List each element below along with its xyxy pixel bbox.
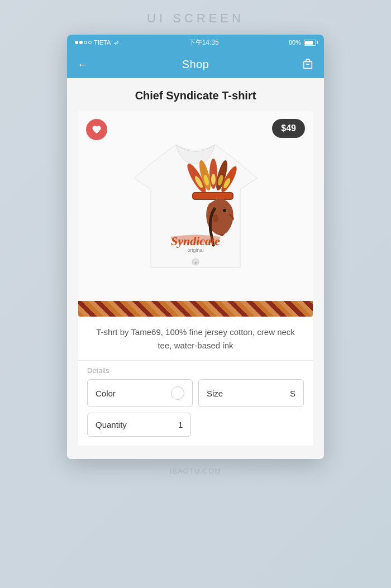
price-badge: $49 xyxy=(272,119,305,138)
details-section: Details Color Size S Quantity 1 xyxy=(78,360,313,446)
signal-dot-1 xyxy=(75,41,78,44)
signal-dot-3 xyxy=(84,41,87,44)
status-right: 80% xyxy=(289,39,316,46)
status-time: 下午14:35 xyxy=(189,38,219,47)
svg-rect-13 xyxy=(193,193,232,199)
battery-fill xyxy=(305,41,313,45)
quantity-selector[interactable]: Quantity 1 xyxy=(87,413,191,437)
svg-rect-0 xyxy=(304,61,312,68)
content-area: Chief Syndicate T-shirt $49 xyxy=(67,78,324,459)
svg-rect-1 xyxy=(306,64,309,65)
product-image-container: $49 xyxy=(78,111,313,317)
back-button[interactable]: ← xyxy=(77,58,94,71)
color-selector[interactable]: Color xyxy=(87,379,193,407)
battery-percent: 80% xyxy=(289,39,301,46)
size-value: S xyxy=(290,389,295,398)
carrier-name: TIETA xyxy=(94,39,111,46)
footer-watermark: IBAOTU.COM xyxy=(170,459,221,481)
page-title: UI SCREEN xyxy=(147,11,244,25)
quantity-value: 1 xyxy=(178,420,183,429)
signal-dot-4 xyxy=(88,41,92,44)
size-label: Size xyxy=(207,389,223,398)
page-title-area: UI SCREEN xyxy=(0,0,391,35)
favorite-button[interactable] xyxy=(86,119,107,140)
product-tshirt-image: Syndicate original ✦ xyxy=(123,128,268,284)
watermark-text: IBAOTU.COM xyxy=(170,467,221,475)
quantity-row: Quantity 1 xyxy=(87,413,304,437)
signal-dots xyxy=(75,41,92,44)
color-size-row: Color Size S xyxy=(87,379,304,407)
price-value: $49 xyxy=(281,123,296,133)
heart-icon xyxy=(92,125,102,135)
signal-dot-2 xyxy=(79,41,83,44)
description-area: T-shrt by Tame69, 100% fine jersey cotto… xyxy=(78,317,313,360)
nav-title: Shop xyxy=(182,58,209,71)
nav-bar: ← Shop xyxy=(67,50,324,78)
product-title: Chief Syndicate T-shirt xyxy=(78,89,313,102)
svg-point-9 xyxy=(211,174,216,185)
color-label: Color xyxy=(96,389,116,398)
phone-frame: TIETA ⇌ 下午14:35 80% ← Shop Chief Syndica… xyxy=(67,35,324,459)
wifi-icon: ⇌ xyxy=(114,40,118,46)
back-icon: ← xyxy=(77,58,88,71)
cart-button[interactable] xyxy=(297,58,314,70)
size-selector[interactable]: Size S xyxy=(198,379,304,407)
product-description: T-shrt by Tame69, 100% fine jersey cotto… xyxy=(89,326,302,352)
svg-text:original: original xyxy=(187,247,203,253)
cart-icon xyxy=(302,58,314,70)
details-label: Details xyxy=(87,361,304,379)
quantity-label: Quantity xyxy=(96,420,127,429)
svg-text:✦: ✦ xyxy=(194,261,197,265)
svg-point-15 xyxy=(213,214,218,222)
product-image: $49 xyxy=(78,111,313,301)
svg-point-14 xyxy=(223,209,226,212)
color-circle xyxy=(171,386,184,400)
status-left: TIETA ⇌ xyxy=(75,39,118,46)
stripe-decoration xyxy=(78,301,313,317)
status-bar: TIETA ⇌ 下午14:35 80% xyxy=(67,35,324,50)
battery-icon xyxy=(304,40,316,46)
